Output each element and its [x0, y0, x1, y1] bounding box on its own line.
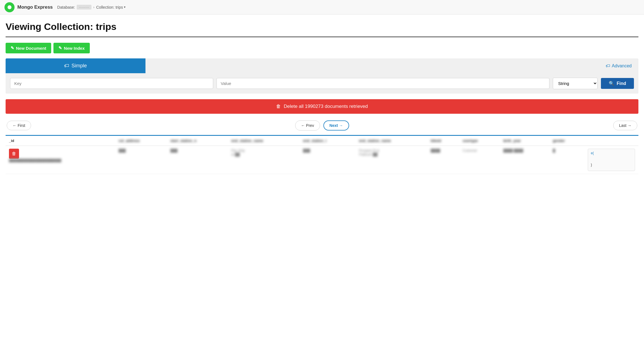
row-id: ████████████████████████	[9, 159, 112, 162]
search-icon: 🔍	[609, 81, 614, 86]
search-fields: String Number Boolean Object Array Null …	[6, 73, 638, 94]
pagination-top: ← First ← Prev Next → Last →	[6, 120, 638, 131]
header-row: _id col_address start_station_n end_stat…	[6, 136, 638, 146]
prev-label: ← Prev	[301, 123, 314, 128]
row-col3: Pier Shipat ██	[228, 146, 300, 174]
col-1: col_address	[115, 136, 167, 146]
last-label: Last →	[619, 123, 631, 128]
row-col1: ███	[115, 146, 167, 174]
database-name: ········	[77, 5, 91, 10]
table-row: 🗑 ████████████████████████ ███ ███ Pier …	[6, 146, 638, 174]
simple-tab-label: Simple	[71, 63, 87, 69]
main-content: Viewing Collection: trips ✎ New Document…	[0, 15, 644, 180]
advanced-tab-label: Advanced	[612, 63, 632, 68]
trash-icon: 🗑	[276, 104, 281, 109]
prev-button[interactable]: ← Prev	[295, 120, 320, 131]
documents-table-container: _id col_address start_station_n end_stat…	[6, 135, 638, 174]
table-header: _id col_address start_station_n end_stat…	[6, 136, 638, 146]
delete-all-label: Delete all 1990273 documents retrieved	[284, 104, 368, 109]
app-name: Mongo Express	[17, 4, 53, 10]
row-delete-cell: 🗑 ████████████████████████	[6, 146, 115, 174]
row-col8: ████ ████	[500, 146, 549, 174]
row-col9: █	[549, 146, 584, 174]
tag-icon-simple: 🏷	[64, 63, 69, 69]
delete-all-button[interactable]: 🗑 Delete all 1990273 documents retrieved	[6, 99, 638, 114]
row-json-cell: e{ }	[584, 146, 638, 174]
first-label: ← First	[13, 123, 25, 128]
app-logo	[4, 2, 15, 12]
documents-table: _id col_address start_station_n end_stat…	[6, 136, 638, 174]
row-col2: ███	[167, 146, 228, 174]
search-panel: 🏷 Simple 🏷 Advanced String Number Boolea…	[6, 58, 638, 94]
new-document-label: New Document	[16, 46, 46, 51]
tag-icon-advanced: 🏷	[606, 63, 610, 68]
database-label: Database:	[57, 5, 75, 10]
table-body: 🗑 ████████████████████████ ███ ███ Pier …	[6, 146, 638, 174]
search-tabs: 🏷 Simple 🏷 Advanced	[6, 58, 638, 73]
type-select[interactable]: String Number Boolean Object Array Null	[553, 78, 598, 89]
collection-link[interactable]: Collection: trips ▾	[96, 5, 126, 10]
logo-leaf	[8, 5, 11, 9]
col-5: end_station_name	[356, 136, 427, 146]
breadcrumb-chevron: ›	[93, 5, 94, 9]
db-breadcrumb: Database: ········ › Collection: trips ▾	[57, 5, 126, 10]
col-3: end_station_name	[228, 136, 300, 146]
json-edit-link[interactable]: e{	[591, 151, 594, 155]
col-4: end_station_i	[300, 136, 356, 146]
next-label: Next →	[330, 123, 343, 128]
delete-row-button[interactable]: 🗑	[9, 149, 19, 159]
col-2: start_station_n	[167, 136, 228, 146]
find-button[interactable]: 🔍 Find	[601, 78, 634, 89]
key-input[interactable]	[10, 78, 213, 89]
first-button[interactable]: ← First	[7, 121, 31, 130]
tab-simple[interactable]: 🏷 Simple	[6, 58, 145, 73]
pencil-icon-2: ✎	[58, 46, 62, 51]
col-7: usertype	[459, 136, 500, 146]
json-preview: e{ }	[588, 149, 635, 171]
pencil-icon: ✎	[11, 46, 14, 51]
new-index-button[interactable]: ✎ New Index	[53, 43, 90, 53]
json-close: }	[591, 163, 592, 167]
last-button[interactable]: Last →	[613, 121, 637, 130]
collection-label: Collection: trips	[96, 5, 123, 10]
next-button[interactable]: Next →	[323, 120, 349, 131]
new-index-label: New Index	[64, 46, 84, 51]
new-document-button[interactable]: ✎ New Document	[6, 43, 51, 53]
col-8: birth_year	[500, 136, 549, 146]
find-label: Find	[617, 81, 626, 86]
col-id: _id	[6, 136, 115, 146]
row-col6: ████	[427, 146, 459, 174]
trash-row-icon: 🗑	[12, 151, 16, 156]
navbar: Mongo Express Database: ········ › Colle…	[0, 0, 644, 15]
title-divider	[6, 37, 638, 37]
col-actions	[584, 136, 638, 146]
tab-advanced[interactable]: 🏷 Advanced	[599, 59, 638, 73]
value-input[interactable]	[217, 78, 549, 89]
row-col4: ███	[300, 146, 356, 174]
action-buttons: ✎ New Document ✎ New Index	[6, 43, 638, 53]
col-6: bikeid	[427, 136, 459, 146]
collection-caret: ▾	[124, 5, 126, 9]
col-9: gender	[549, 136, 584, 146]
page-title: Viewing Collection: trips	[6, 21, 638, 32]
pagination-center: ← Prev Next →	[295, 120, 349, 131]
row-col5: Prospect Pl &Flatbush ██	[356, 146, 427, 174]
row-col7: Customer	[459, 146, 500, 174]
